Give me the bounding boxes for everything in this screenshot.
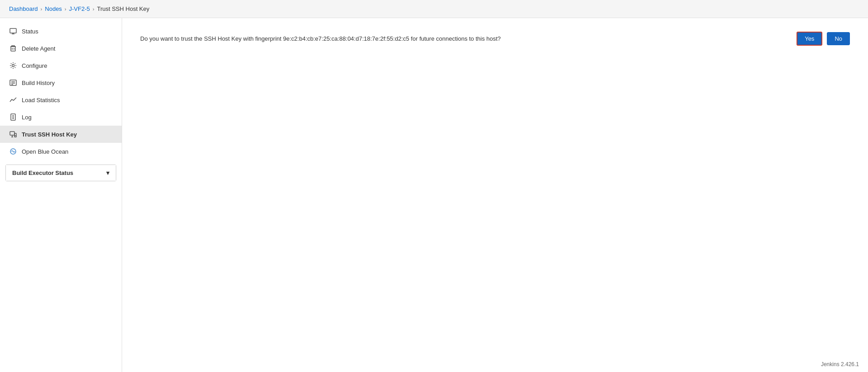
monitor-icon xyxy=(9,27,17,35)
sidebar-item-delete-agent[interactable]: Delete Agent xyxy=(0,40,122,57)
breadcrumb-dashboard[interactable]: Dashboard xyxy=(9,5,38,12)
svg-rect-18 xyxy=(14,133,16,137)
sidebar-item-build-history[interactable]: Build History xyxy=(0,74,122,91)
breadcrumb-node-name[interactable]: J-VF2-5 xyxy=(69,5,90,12)
ocean-icon xyxy=(9,147,17,155)
chevron-down-icon: ▾ xyxy=(106,170,109,176)
yes-button[interactable]: Yes xyxy=(797,32,822,46)
build-executor-label: Build Executor Status xyxy=(12,170,73,176)
sidebar-item-status-label: Status xyxy=(22,28,38,35)
breadcrumb-sep-2: › xyxy=(65,6,66,12)
sidebar-item-configure-label: Configure xyxy=(22,62,47,69)
breadcrumb-sep-1: › xyxy=(41,6,43,12)
sidebar-item-log[interactable]: Log xyxy=(0,108,122,126)
sidebar-item-open-blue-ocean[interactable]: Open Blue Ocean xyxy=(0,143,122,160)
chart-icon xyxy=(9,96,17,104)
breadcrumb: Dashboard › Nodes › J-VF2-5 › Trust SSH … xyxy=(0,0,868,18)
sidebar-item-status[interactable]: Status xyxy=(0,23,122,40)
sidebar-item-load-statistics[interactable]: Load Statistics xyxy=(0,91,122,108)
sidebar-item-trust-ssh-host-key[interactable]: Trust SSH Host Key xyxy=(0,126,122,143)
sidebar-item-delete-agent-label: Delete Agent xyxy=(22,45,55,52)
sidebar-item-load-statistics-label: Load Statistics xyxy=(22,97,60,104)
history-icon xyxy=(9,79,17,87)
svg-rect-3 xyxy=(11,47,15,51)
sidebar-item-log-label: Log xyxy=(22,114,32,121)
main-content: Do you want to trust the SSH Host Key wi… xyxy=(122,18,868,372)
svg-rect-15 xyxy=(10,132,14,135)
sidebar-item-open-blue-ocean-label: Open Blue Ocean xyxy=(22,148,68,155)
gear-icon xyxy=(9,61,17,70)
breadcrumb-sep-3: › xyxy=(93,6,95,12)
svg-rect-0 xyxy=(10,28,16,33)
sidebar: Status Delete Agent xyxy=(0,18,122,372)
build-executor-section: Build Executor Status ▾ xyxy=(5,165,116,181)
trash-icon xyxy=(9,44,17,52)
svg-point-6 xyxy=(12,65,14,67)
no-button[interactable]: No xyxy=(827,32,850,45)
jenkins-version-footer: Jenkins 2.426.1 xyxy=(821,361,859,367)
sidebar-item-configure[interactable]: Configure xyxy=(0,57,122,74)
main-layout: Status Delete Agent xyxy=(0,18,868,372)
jenkins-version-label: Jenkins 2.426.1 xyxy=(821,361,859,367)
build-executor-header[interactable]: Build Executor Status ▾ xyxy=(6,165,116,181)
sidebar-item-trust-ssh-label: Trust SSH Host Key xyxy=(22,131,77,138)
trust-question-text: Do you want to trust the SSH Host Key wi… xyxy=(140,34,792,43)
log-icon xyxy=(9,113,17,121)
computer-icon xyxy=(9,130,17,138)
sidebar-item-build-history-label: Build History xyxy=(22,80,55,86)
trust-ssh-question-area: Do you want to trust the SSH Host Key wi… xyxy=(140,32,850,46)
breadcrumb-nodes[interactable]: Nodes xyxy=(45,5,62,12)
breadcrumb-current-page: Trust SSH Host Key xyxy=(97,5,149,12)
